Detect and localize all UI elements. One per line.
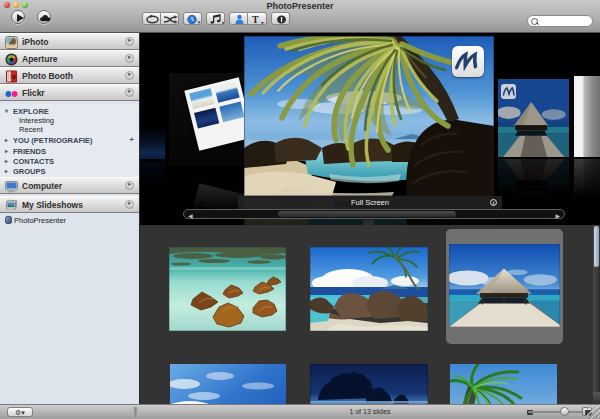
svg-text:T: T bbox=[252, 14, 259, 25]
